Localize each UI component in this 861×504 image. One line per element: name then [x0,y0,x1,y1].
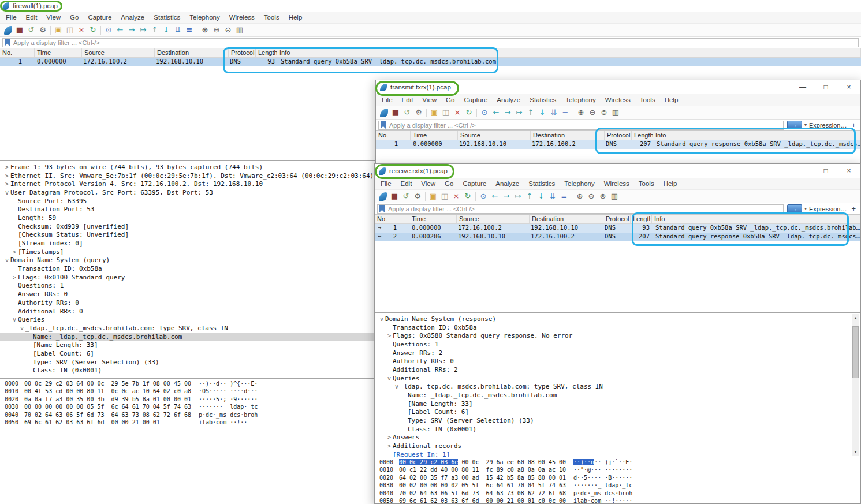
autoscroll-icon[interactable]: ⇊ [172,24,184,36]
menu-item[interactable]: Edit [21,12,42,23]
menu-item[interactable]: Edit [397,94,418,106]
zoom-in-icon[interactable]: ⊕ [199,24,211,36]
detail-row[interactable]: Answer RRs: 2 [375,349,860,357]
zoom-out-icon[interactable]: ⊖ [211,24,222,36]
expander-icon[interactable]: > [11,274,18,281]
maximize-button[interactable]: □ [814,80,837,94]
column-info[interactable]: Info [277,48,861,57]
zoom-reset-icon[interactable]: ⊜ [222,24,234,36]
save-file-icon[interactable]: ◫ [439,191,450,202]
go-back-icon[interactable]: ← [489,191,501,202]
expander-icon[interactable]: v [3,189,10,196]
menu-item[interactable]: Go [65,12,83,23]
menu-item[interactable]: Capture [83,12,116,23]
packet-row[interactable]: 1 0.000000 172.16.100.2 192.168.10.10 DN… [0,58,861,66]
detail-row[interactable]: vDomain Name System (response) [375,315,860,323]
filter-bookmark-icon[interactable] [379,205,385,212]
expander-icon[interactable]: v [393,383,400,390]
close-file-icon[interactable]: × [76,24,87,36]
column-length[interactable]: Length [631,215,652,223]
stop-capture-icon[interactable]: ■ [389,191,400,202]
column-info[interactable]: Info [652,215,860,223]
column-time[interactable]: Time [35,48,82,57]
start-capture-icon[interactable] [4,26,12,35]
capture-options-icon[interactable]: ⚙ [413,107,424,118]
menu-item[interactable]: Go [440,178,458,189]
hex-row[interactable]: 0000 00 0c 29 c2 03 6e 00 0c 29 6a ee 60… [375,459,860,466]
display-filter-input[interactable]: Apply a display filter ... <Ctrl-/> [2,38,859,47]
column-info[interactable]: Info [653,131,860,140]
go-first-packet-icon[interactable]: ↑ [149,24,161,36]
open-file-icon[interactable]: ▣ [427,191,439,202]
menu-item[interactable]: File [376,178,396,189]
column-time[interactable]: Time [409,215,457,223]
display-filter-input[interactable]: Apply a display filter ... <Ctrl-/> [377,204,784,214]
column-length[interactable]: Length [632,131,653,140]
minimize-button[interactable]: — [791,164,814,178]
menu-item[interactable]: Wireless [225,12,259,23]
close-button[interactable]: × [837,164,860,178]
filter-bookmark-icon[interactable] [5,39,10,46]
reload-file-icon[interactable]: ↻ [87,24,99,36]
reload-file-icon[interactable]: ↻ [463,107,475,118]
scrollbar-thumb[interactable] [852,326,859,378]
expander-icon[interactable]: > [386,434,393,440]
column-destination[interactable]: Destination [531,131,605,140]
detail-row[interactable]: v_ldap._tcp.dc._msdcs.brohilab.com: type… [375,383,860,391]
column-source[interactable]: Source [458,131,531,140]
resize-columns-icon[interactable]: ▥ [234,24,245,36]
menu-item[interactable]: View [418,94,441,106]
column-time[interactable]: Time [411,131,458,140]
menu-item[interactable]: Wireless [601,94,635,106]
detail-row[interactable]: Transaction ID: 0xb58a [375,323,860,332]
resize-columns-icon[interactable]: ▥ [609,191,620,202]
go-last-packet-icon[interactable]: ↓ [536,107,548,118]
zoom-in-icon[interactable]: ⊕ [574,191,586,202]
menu-item[interactable]: Edit [396,178,417,189]
expander-icon[interactable]: v [11,316,18,323]
hex-row[interactable]: 0010 00 c1 22 dd 40 00 80 11 fc 89 c0 a8… [375,466,860,474]
add-filter-button[interactable]: + [849,121,858,129]
menu-item[interactable]: Analyze [116,12,149,23]
column-source[interactable]: Source [457,215,530,223]
detail-row[interactable]: Type: SRV (Server Selection) (33) [375,416,860,425]
expander-icon[interactable]: v [378,316,385,322]
maximize-button[interactable]: □ [814,164,837,178]
zoom-in-icon[interactable]: ⊕ [575,107,587,118]
expander-icon[interactable]: > [386,333,393,339]
detail-row[interactable]: Class: IN (0x0001) [375,425,860,434]
detail-row[interactable]: >Flags: 0x8580 Standard query response, … [375,331,860,340]
go-to-packet-icon[interactable]: ↦ [513,107,525,118]
find-packet-icon[interactable]: ⊙ [478,191,489,202]
column-length[interactable]: Length [256,48,277,57]
menu-item[interactable]: View [42,12,65,23]
zoom-reset-icon[interactable]: ⊜ [597,191,609,202]
expander-icon[interactable]: > [3,164,10,170]
menu-item[interactable]: Wireless [599,178,634,189]
start-capture-icon[interactable] [380,109,388,117]
column-protocol[interactable]: Protocol [229,48,256,57]
filter-dropdown-caret-icon[interactable]: ▾ [804,122,807,128]
expander-icon[interactable]: v [3,257,10,263]
menu-item[interactable]: Help [660,94,683,106]
expander-icon[interactable]: v [18,325,25,331]
find-packet-icon[interactable]: ⊙ [479,107,490,118]
menu-item[interactable]: Telephony [560,178,599,189]
colorize-packets-icon[interactable]: ≡ [560,107,571,118]
zoom-out-icon[interactable]: ⊖ [587,107,598,118]
autoscroll-icon[interactable]: ⇊ [548,107,560,118]
go-first-packet-icon[interactable]: ↑ [525,107,536,118]
detail-row[interactable]: vQueries [375,374,860,383]
titlebar-transmit[interactable]: transmit.txrx(1).pcap — □ × [376,80,860,94]
packet-row[interactable]: 1 0.000000 192.168.10.10 172.16.100.2 DN… [376,140,860,149]
menu-item[interactable]: File [1,12,21,23]
menu-item[interactable]: Capture [458,178,491,189]
zoom-out-icon[interactable]: ⊖ [586,191,597,202]
hex-row[interactable]: 0020 64 02 00 35 f7 a3 00 ad 15 42 b5 8a… [375,475,860,482]
titlebar-firewall[interactable]: firewall(1).pcap [0,0,861,12]
go-back-icon[interactable]: ← [114,24,126,36]
column-protocol[interactable]: Protocol [603,215,631,223]
detail-row[interactable]: >Answers [375,434,860,442]
expression-button[interactable]: Expression… [809,206,847,212]
detail-row[interactable]: [Name Length: 33] [375,400,860,408]
